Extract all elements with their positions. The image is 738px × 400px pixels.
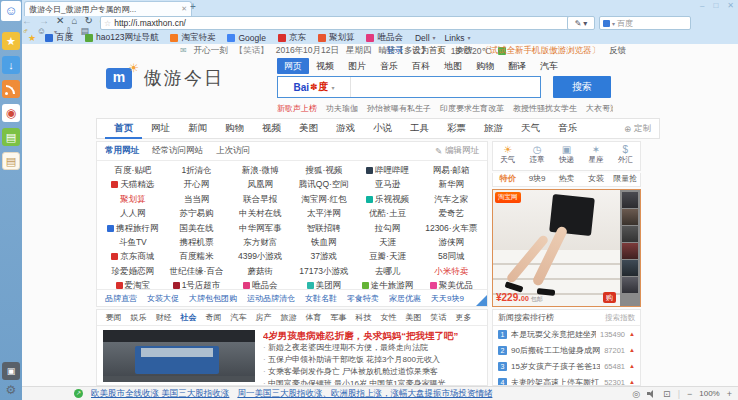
hot-word-link[interactable]: 教授性骚扰女学生 <box>513 103 577 114</box>
news-tab[interactable]: 社会 <box>176 310 201 325</box>
refresh-icon[interactable]: ↻ <box>84 15 92 26</box>
promo-link[interactable]: 女装大促 <box>147 293 179 304</box>
site-link[interactable]: 去哪儿 <box>356 264 420 278</box>
site-link[interactable]: 珍爱婚恋网 <box>101 264 165 278</box>
nav-tab[interactable]: 游戏 <box>327 118 364 137</box>
site-link[interactable]: 联合早报 <box>228 192 292 206</box>
ad-thumbnail[interactable] <box>622 277 638 293</box>
search-button[interactable]: 搜索 <box>553 76 611 98</box>
speaker-icon[interactable] <box>647 390 656 398</box>
favorites-star-icon[interactable]: ★ <box>28 33 36 43</box>
promo-link[interactable]: 运动品牌清仓 <box>247 293 295 304</box>
promo-link[interactable]: 零食特卖 <box>347 293 379 304</box>
quick-search-box[interactable]: ▾ 百度 <box>599 16 691 30</box>
site-link[interactable]: 乐视视频 <box>356 192 420 206</box>
site-link[interactable]: 天猫精选 <box>101 177 165 191</box>
search-tab[interactable]: 地图 <box>437 58 469 74</box>
bookmark-item[interactable]: Links ▾ <box>445 33 471 43</box>
site-link[interactable]: 17173小游戏 <box>292 264 356 278</box>
news-tab[interactable]: 旅游 <box>276 310 301 325</box>
news-tab[interactable]: 笑话 <box>426 310 451 325</box>
rss-feed-icon[interactable] <box>2 80 20 98</box>
nav-tab[interactable]: 购物 <box>216 118 253 137</box>
site-link[interactable]: 蘑菇街 <box>228 264 292 278</box>
news-tab[interactable]: 奇闻 <box>201 310 226 325</box>
promo-link[interactable]: 大牌包包团购 <box>189 293 237 304</box>
news-photo[interactable] <box>103 330 255 382</box>
site-link[interactable]: 58同城 <box>419 249 483 263</box>
browser-tab[interactable]: 傲游今日_傲游用户专属的网... ✕ <box>24 1 192 16</box>
new-tab-button[interactable]: + <box>190 1 196 12</box>
site-link[interactable]: 世纪佳缘·百合 <box>165 264 229 278</box>
links-tab[interactable]: 上次访问 <box>216 145 250 157</box>
shopping-tab[interactable]: 女装 <box>581 173 610 186</box>
news-item[interactable]: 女乘客晕倒发作身亡 尸体被放机舱过道惊呆乘客 <box>263 366 482 378</box>
site-link[interactable]: 游侠网 <box>419 235 483 249</box>
nav-tab[interactable]: 天气 <box>512 118 549 137</box>
nav-tab[interactable]: 工具 <box>401 118 438 137</box>
favorites-icon[interactable]: ★ <box>2 32 20 50</box>
news-tab[interactable]: 美图 <box>401 310 426 325</box>
utility-item[interactable]: ▣ 快递 <box>552 142 581 170</box>
ad-thumbnail[interactable] <box>622 226 638 242</box>
info-link[interactable]: 反馈 <box>609 45 626 57</box>
news-tab[interactable]: 娱乐 <box>126 310 151 325</box>
search-tab[interactable]: 百科 <box>405 58 437 74</box>
nav-tab[interactable]: 旅游 <box>475 118 512 137</box>
site-link[interactable]: 新华网 <box>419 177 483 191</box>
hot-word-link[interactable]: 印度要求生育改革 <box>440 103 504 114</box>
address-bar[interactable]: ☆ http://i.maxthon.cn/ <box>100 16 570 30</box>
site-link[interactable]: 国美在线 <box>165 221 229 235</box>
promo-link[interactable]: 家居优惠 <box>389 293 421 304</box>
bookmark-item[interactable]: 京东 <box>278 32 309 44</box>
site-link[interactable]: 百度·贴吧 <box>101 163 165 177</box>
info-link[interactable]: 〔试试全新手机版傲游浏览器〕 <box>481 45 600 57</box>
settings-gear-icon[interactable]: ⚙ <box>2 381 20 399</box>
news-tab[interactable]: 更多 <box>451 310 476 325</box>
nav-tab[interactable]: 视频 <box>253 118 290 137</box>
site-link[interactable]: 亚马逊 <box>356 177 420 191</box>
stop-icon[interactable]: ✕ <box>56 15 64 26</box>
search-tab[interactable]: 图片 <box>341 58 373 74</box>
site-link[interactable]: 斗鱼TV <box>101 235 165 249</box>
search-tab[interactable]: 视频 <box>309 58 341 74</box>
site-link[interactable]: 凤凰网 <box>228 177 292 191</box>
hot-word-link[interactable]: 大衣哥遭保安盘问 <box>586 103 613 114</box>
news-tab[interactable]: 科技 <box>351 310 376 325</box>
news-tab[interactable]: 房产 <box>251 310 276 325</box>
site-link[interactable]: 12306·火车票 <box>419 221 483 235</box>
maxthon-logo-icon[interactable]: ☺ <box>1 1 21 21</box>
site-link[interactable]: 拉勾网 <box>356 221 420 235</box>
news-item[interactable]: 新婚之夜老婆因生理期不方便，最终走向法院 <box>263 342 482 354</box>
ticker-lead-link[interactable]: 欧美股市全线收涨 美国三大股指收涨 <box>91 388 229 400</box>
info-link[interactable]: 登录 <box>386 45 403 57</box>
site-link[interactable]: 37游戏 <box>292 249 356 263</box>
search-tab[interactable]: 汽车 <box>533 58 565 74</box>
shopping-tab[interactable]: 特价 <box>493 173 522 186</box>
minimize-button[interactable]: – <box>700 1 704 10</box>
site-link[interactable]: 豆瓣·天涯 <box>356 249 420 263</box>
bookmark-item[interactable]: 聚划算 <box>318 32 358 44</box>
bookmark-item[interactable]: 百度 <box>45 32 76 44</box>
ticker-link[interactable]: 周一美国三大股指收涨、欧洲股指上涨，涨幅大盘提振市场投资情绪 <box>237 388 492 400</box>
search-engine-selector[interactable]: Bai ✽ 度 ▾ <box>278 77 351 97</box>
site-link[interactable]: 人人网 <box>101 206 165 220</box>
reader-app-icon[interactable]: ▤ <box>2 128 20 146</box>
ad-thumbnail-strip[interactable] <box>620 190 640 306</box>
shopping-tab[interactable]: 限量抢 <box>611 173 640 186</box>
site-link[interactable]: 中关村在线 <box>228 206 292 220</box>
nav-tab[interactable]: 首页 <box>105 118 142 139</box>
zoom-out-button[interactable]: − <box>687 389 692 399</box>
bookmark-item[interactable]: 淘宝特卖 <box>170 32 218 44</box>
search-tab[interactable]: 网页 <box>277 58 309 74</box>
bookmark-item[interactable]: Dell ▾ <box>415 33 436 43</box>
info-link[interactable]: 换肤 <box>455 45 472 57</box>
site-link[interactable]: 新浪·微博 <box>228 163 292 177</box>
search-tab[interactable]: 音乐 <box>373 58 405 74</box>
globe-icon[interactable]: ◎ <box>632 389 640 399</box>
site-link[interactable]: 东方财富 <box>228 235 292 249</box>
forward-icon[interactable]: → <box>39 15 49 26</box>
rank-item[interactable]: 4 夫妻吵架高速上停车厮打 52301 ▲ <box>493 374 640 386</box>
site-link[interactable]: 苏宁易购 <box>165 206 229 220</box>
site-link[interactable]: 爱奇艺 <box>419 206 483 220</box>
